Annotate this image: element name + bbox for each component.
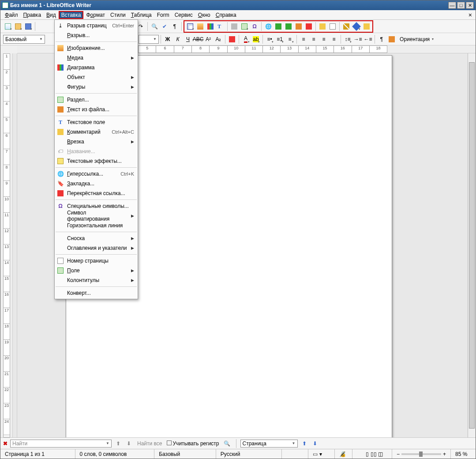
find-input[interactable]: Найти▼ bbox=[10, 440, 112, 448]
new-button[interactable] bbox=[3, 22, 13, 31]
insert-image-button[interactable] bbox=[195, 22, 205, 31]
show-draw-button[interactable] bbox=[362, 22, 371, 31]
align-center-button[interactable]: ≡ bbox=[309, 34, 319, 44]
menu-hyperlink[interactable]: 🌐Гиперссылка...Ctrl+K bbox=[55, 169, 138, 179]
spellcheck-button[interactable]: ✔ bbox=[160, 22, 169, 31]
line-spacing-button[interactable]: ↕≡ bbox=[343, 34, 352, 44]
find-prev-button[interactable]: ⬆ bbox=[114, 440, 122, 447]
insert-field-button[interactable] bbox=[240, 22, 249, 31]
decrease-indent-button[interactable]: ←≡ bbox=[363, 34, 373, 44]
status-page[interactable]: Страница 1 из 1 bbox=[0, 449, 75, 459]
vertical-scrollbar[interactable] bbox=[468, 53, 476, 437]
menu-comment[interactable]: КомментарийCtrl+Alt+C bbox=[55, 127, 138, 137]
menu-table[interactable]: Таблица bbox=[128, 11, 154, 19]
menu-more-breaks[interactable]: Разрыв... bbox=[55, 30, 138, 40]
navigate-by-select[interactable]: Страница▼ bbox=[240, 440, 298, 448]
track-changes-button[interactable] bbox=[328, 22, 337, 31]
menu-media[interactable]: Медиа▶ bbox=[55, 53, 138, 63]
superscript-button[interactable]: A² bbox=[203, 34, 213, 44]
menu-fontwork[interactable]: Текстовые эффекты... bbox=[55, 156, 138, 166]
increase-indent-button[interactable]: →≡ bbox=[353, 34, 363, 44]
highlight-button[interactable]: ab bbox=[251, 34, 261, 44]
save-button[interactable] bbox=[23, 22, 33, 31]
basic-shapes-button[interactable] bbox=[352, 22, 361, 31]
insert-textbox-button[interactable]: T bbox=[216, 22, 225, 31]
menu-crossref[interactable]: Перекрёстная ссылка... bbox=[55, 188, 138, 198]
minimize-button[interactable]: — bbox=[448, 2, 456, 9]
page-settings-button[interactable] bbox=[387, 34, 397, 44]
insert-chart-button[interactable] bbox=[206, 22, 215, 31]
insert-bookmark-button[interactable] bbox=[294, 22, 304, 31]
nav-prev-button[interactable]: ⬆ bbox=[300, 440, 308, 447]
open-button[interactable] bbox=[13, 22, 23, 31]
menu-page-break[interactable]: ⤓Разрыв страницCtrl+Enter bbox=[55, 21, 138, 30]
menu-styles[interactable]: Стили bbox=[108, 11, 128, 19]
find-next-button[interactable]: ⬇ bbox=[125, 440, 133, 447]
zoom-slider[interactable]: −+ bbox=[392, 449, 451, 459]
menu-envelope[interactable]: Конверт... bbox=[55, 288, 138, 298]
strike-button[interactable]: ABC bbox=[193, 34, 203, 44]
menu-horizontal-line[interactable]: Горизонтальная линия bbox=[55, 221, 138, 230]
status-zoom[interactable]: 85 % bbox=[451, 449, 476, 459]
nav-next-button[interactable]: ⬇ bbox=[311, 440, 319, 447]
align-right-button[interactable]: ≡ bbox=[319, 34, 329, 44]
find-button[interactable]: 🔍 bbox=[150, 22, 159, 31]
close-doc-button[interactable]: × bbox=[467, 11, 474, 19]
outline-button[interactable]: ≡ bbox=[285, 34, 295, 44]
menu-tools[interactable]: Сервис bbox=[172, 11, 195, 19]
menu-insert[interactable]: Вставка bbox=[59, 11, 84, 19]
vertical-ruler[interactable]: 123456789101112131415161718192021222324 bbox=[0, 53, 13, 437]
bullet-list-button[interactable]: ≡• bbox=[265, 34, 274, 44]
menu-formatting-mark[interactable]: Символ форматирования▶ bbox=[55, 211, 138, 221]
align-justify-button[interactable]: ≡ bbox=[329, 34, 339, 44]
match-case-checkbox[interactable]: Учитывать регистр bbox=[167, 440, 219, 447]
menu-chart[interactable]: Диаграмма bbox=[55, 63, 138, 72]
insert-crossref-button[interactable] bbox=[304, 22, 314, 31]
font-size-combo[interactable]: ▼ bbox=[139, 35, 159, 44]
menu-format[interactable]: Формат bbox=[83, 11, 108, 19]
font-color-button[interactable]: A bbox=[241, 34, 251, 44]
menu-edit[interactable]: Правка bbox=[21, 11, 44, 19]
orientation-label[interactable]: Ориентация bbox=[400, 36, 430, 42]
menu-page-number[interactable]: Номер страницы bbox=[55, 256, 138, 266]
menu-section[interactable]: Раздел... bbox=[55, 95, 138, 105]
find-all-button[interactable]: Найти все bbox=[135, 440, 164, 447]
menu-form[interactable]: Form bbox=[154, 11, 172, 19]
menu-textbox[interactable]: TТекстовое поле bbox=[55, 117, 138, 127]
orientation-dropdown-icon[interactable]: ▾ bbox=[432, 37, 434, 41]
status-insert-mode[interactable] bbox=[282, 449, 308, 459]
menu-frame[interactable]: Врезка▶ bbox=[55, 137, 138, 147]
status-view-layout[interactable]: ▯ ▯▯ ◫ bbox=[361, 449, 392, 459]
status-style[interactable]: Базовый bbox=[154, 449, 216, 459]
insert-pagebreak-button[interactable] bbox=[229, 22, 239, 31]
clear-formatting-button[interactable] bbox=[227, 34, 237, 44]
status-selection-mode[interactable]: ▭ ▾ bbox=[308, 449, 335, 459]
insert-footnote-button[interactable] bbox=[274, 22, 283, 31]
underline-button[interactable]: Ч bbox=[183, 34, 193, 44]
close-findbar-button[interactable]: ✖ bbox=[3, 440, 7, 447]
insert-endnote-button[interactable] bbox=[284, 22, 293, 31]
paragraph-style-combo[interactable]: Базовый▼ bbox=[3, 35, 45, 44]
draw-line-button[interactable] bbox=[341, 22, 351, 31]
menu-image[interactable]: Изображение... bbox=[55, 43, 138, 53]
insert-table-button[interactable] bbox=[185, 22, 195, 31]
subscript-button[interactable]: A₂ bbox=[214, 34, 223, 44]
menu-shapes[interactable]: Фигуры▶ bbox=[55, 82, 138, 92]
menu-field[interactable]: Поле▶ bbox=[55, 266, 138, 275]
status-words[interactable]: 0 слов, 0 символов bbox=[75, 449, 155, 459]
formatting-marks-button[interactable]: ¶ bbox=[170, 22, 180, 31]
status-signature[interactable]: 🔏 bbox=[335, 449, 352, 459]
menu-footnote[interactable]: Сноска▶ bbox=[55, 233, 138, 243]
menu-header-footer[interactable]: Колонтитулы▶ bbox=[55, 275, 138, 285]
close-button[interactable]: ✕ bbox=[466, 2, 474, 9]
insert-special-button[interactable]: Ω bbox=[250, 22, 259, 31]
align-left-button[interactable]: ≡ bbox=[299, 34, 308, 44]
scrollbar-thumb[interactable] bbox=[469, 62, 475, 429]
menu-window[interactable]: Окно bbox=[195, 11, 213, 19]
insert-comment-button[interactable] bbox=[318, 22, 327, 31]
menu-bookmark[interactable]: 🔖Закладка... bbox=[55, 179, 138, 188]
menu-file[interactable]: ФФайлайл bbox=[2, 11, 21, 19]
paragraph-settings-button[interactable]: ¶ bbox=[377, 34, 386, 44]
maximize-button[interactable]: □ bbox=[457, 2, 465, 9]
status-language[interactable]: Русский bbox=[216, 449, 282, 459]
